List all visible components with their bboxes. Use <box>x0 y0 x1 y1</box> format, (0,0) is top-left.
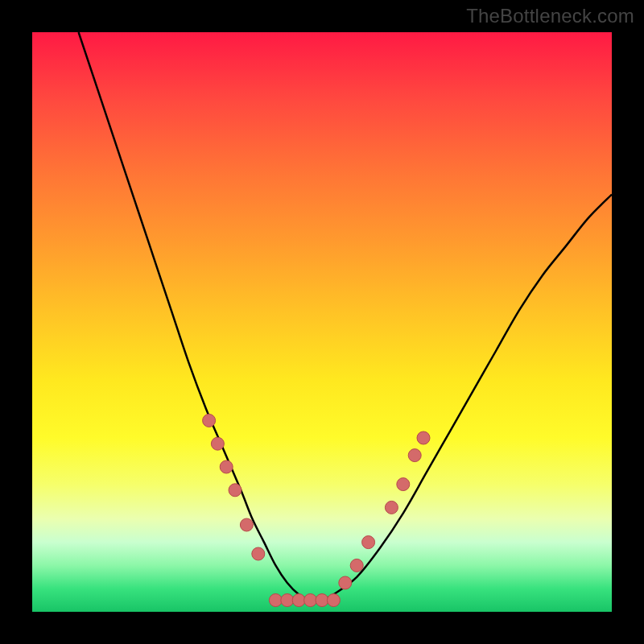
data-dot <box>397 478 410 491</box>
bottleneck-curve <box>79 32 612 601</box>
data-dot <box>281 594 294 607</box>
data-dot <box>229 484 242 497</box>
data-dot <box>408 449 421 462</box>
data-dot <box>292 594 305 607</box>
data-dot <box>327 594 340 607</box>
data-dot <box>385 501 398 514</box>
data-dot <box>220 460 233 473</box>
data-dot <box>203 414 216 427</box>
curve <box>79 32 612 601</box>
data-dot <box>304 594 317 607</box>
data-dot <box>269 594 282 607</box>
data-dot <box>339 576 352 589</box>
data-dot <box>417 431 430 444</box>
chart-svg <box>32 32 612 612</box>
data-dot <box>316 594 328 607</box>
plot-area <box>32 32 612 612</box>
data-dot <box>350 559 363 572</box>
data-dot <box>362 536 375 549</box>
chart-frame: TheBottleneck.com <box>0 0 644 644</box>
data-dots <box>203 414 430 606</box>
data-dot <box>211 437 224 450</box>
data-dot <box>240 518 253 531</box>
data-dot <box>252 547 265 560</box>
watermark-text: TheBottleneck.com <box>466 5 634 27</box>
